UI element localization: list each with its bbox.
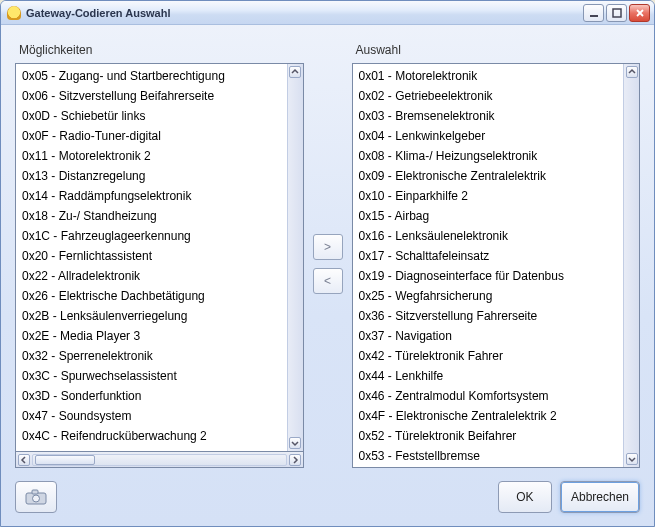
- list-item[interactable]: 0x19 - Diagnoseinterface für Datenbus: [353, 266, 624, 286]
- app-icon: [7, 6, 21, 20]
- list-item[interactable]: 0x01 - Motorelektronik: [353, 66, 624, 86]
- selected-list-viewport: 0x01 - Motorelektronik0x02 - Getriebeele…: [353, 64, 624, 467]
- list-item[interactable]: 0x02 - Getriebeelektronik: [353, 86, 624, 106]
- list-item[interactable]: 0x4C - Reifendrucküberwachung 2: [16, 426, 287, 446]
- list-item[interactable]: 0x06 - Sitzverstellung Beifahrerseite: [16, 86, 287, 106]
- list-item[interactable]: 0x0F - Radio-Tuner-digital: [16, 126, 287, 146]
- list-item[interactable]: 0x15 - Airbag: [353, 206, 624, 226]
- list-item[interactable]: 0x44 - Lenkhilfe: [353, 366, 624, 386]
- dialog-buttons: OK Abbrechen: [498, 481, 640, 513]
- list-item[interactable]: 0x2B - Lenksäulenverriegelung: [16, 306, 287, 326]
- list-item[interactable]: 0x11 - Motorelektronik 2: [16, 146, 287, 166]
- list-item[interactable]: 0x4F - Elektronische Zentralelektrik 2: [353, 406, 624, 426]
- svg-line-3: [637, 10, 643, 16]
- scroll-track[interactable]: [624, 78, 639, 453]
- svg-point-6: [33, 495, 40, 502]
- ok-button[interactable]: OK: [498, 481, 552, 513]
- list-item[interactable]: 0x20 - Fernlichtassistent: [16, 246, 287, 266]
- list-item[interactable]: 0x26 - Elektrische Dachbetätigung: [16, 286, 287, 306]
- list-item[interactable]: 0x3D - Sonderfunktion: [16, 386, 287, 406]
- maximize-icon: [612, 8, 622, 18]
- window: Gateway-Codieren Auswahl Möglichkeiten 0…: [0, 0, 655, 527]
- list-item[interactable]: 0x04 - Lenkwinkelgeber: [353, 126, 624, 146]
- list-item[interactable]: 0x1C - Fahrzeuglageerkennung: [16, 226, 287, 246]
- titlebar: Gateway-Codieren Auswahl: [1, 1, 654, 25]
- available-list-viewport: 0x05 - Zugang- und Startberechtigung0x06…: [16, 64, 287, 451]
- scroll-right-icon[interactable]: [289, 454, 301, 466]
- list-item[interactable]: 0x32 - Sperrenelektronik: [16, 346, 287, 366]
- svg-rect-0: [590, 15, 598, 17]
- scroll-left-icon[interactable]: [18, 454, 30, 466]
- svg-rect-1: [613, 9, 621, 17]
- list-item[interactable]: 0x17 - Schalttafeleinsatz: [353, 246, 624, 266]
- list-item[interactable]: 0x10 - Einparkhilfe 2: [353, 186, 624, 206]
- selected-vscrollbar[interactable]: [623, 64, 639, 467]
- move-left-button[interactable]: <: [313, 268, 343, 294]
- minimize-icon: [589, 8, 599, 18]
- scroll-track[interactable]: [32, 454, 287, 466]
- screenshot-button[interactable]: [15, 481, 57, 513]
- list-item[interactable]: 0x2E - Media Player 3: [16, 326, 287, 346]
- scroll-up-icon[interactable]: [626, 66, 638, 78]
- list-item[interactable]: 0x46 - Zentralmodul Komfortsystem: [353, 386, 624, 406]
- list-item[interactable]: 0x16 - Lenksäulenelektronik: [353, 226, 624, 246]
- dual-list-panel: Möglichkeiten 0x05 - Zugang- und Startbe…: [15, 39, 640, 468]
- available-hscrollbar[interactable]: [15, 452, 304, 468]
- list-item[interactable]: 0x0D - Schiebetür links: [16, 106, 287, 126]
- available-label: Möglichkeiten: [19, 43, 304, 57]
- list-item[interactable]: 0x18 - Zu-/ Standheizung: [16, 206, 287, 226]
- list-item[interactable]: 0x3C - Spurwechselassistent: [16, 366, 287, 386]
- available-listbox[interactable]: 0x05 - Zugang- und Startberechtigung0x06…: [15, 63, 304, 452]
- list-item[interactable]: 0x05 - Zugang- und Startberechtigung: [16, 66, 287, 86]
- list-item[interactable]: 0x37 - Navigation: [353, 326, 624, 346]
- content-area: Möglichkeiten 0x05 - Zugang- und Startbe…: [1, 25, 654, 526]
- list-item[interactable]: 0x42 - Türelektronik Fahrer: [353, 346, 624, 366]
- list-item[interactable]: 0x25 - Wegfahrsicherung: [353, 286, 624, 306]
- list-item[interactable]: 0x36 - Sitzverstellung Fahrerseite: [353, 306, 624, 326]
- list-item[interactable]: 0x52 - Türelektronik Beifahrer: [353, 426, 624, 446]
- close-icon: [635, 8, 645, 18]
- close-button[interactable]: [629, 4, 650, 22]
- scroll-thumb[interactable]: [35, 455, 95, 465]
- list-item[interactable]: 0x03 - Bremsenelektronik: [353, 106, 624, 126]
- list-item[interactable]: 0x13 - Distanzregelung: [16, 166, 287, 186]
- scroll-down-icon[interactable]: [289, 437, 301, 449]
- svg-line-2: [637, 10, 643, 16]
- window-title: Gateway-Codieren Auswahl: [26, 7, 170, 19]
- transfer-buttons: > <: [304, 39, 352, 468]
- selected-label: Auswahl: [356, 43, 641, 57]
- list-item[interactable]: 0x22 - Allradelektronik: [16, 266, 287, 286]
- list-item[interactable]: 0x47 - Soundsystem: [16, 406, 287, 426]
- maximize-button[interactable]: [606, 4, 627, 22]
- list-item[interactable]: 0x53 - Feststellbremse: [353, 446, 624, 466]
- bottom-bar: OK Abbrechen: [15, 468, 640, 516]
- selected-listbox[interactable]: 0x01 - Motorelektronik0x02 - Getriebeele…: [352, 63, 641, 468]
- cancel-button[interactable]: Abbrechen: [560, 481, 640, 513]
- scroll-up-icon[interactable]: [289, 66, 301, 78]
- camera-icon: [25, 489, 47, 505]
- scroll-track[interactable]: [288, 78, 303, 437]
- list-item[interactable]: 0x14 - Raddämpfungselektronik: [16, 186, 287, 206]
- list-item[interactable]: 0x09 - Elektronische Zentralelektrik: [353, 166, 624, 186]
- list-item[interactable]: 0x08 - Klima-/ Heizungselektronik: [353, 146, 624, 166]
- move-right-button[interactable]: >: [313, 234, 343, 260]
- selected-column: Auswahl 0x01 - Motorelektronik0x02 - Get…: [352, 39, 641, 468]
- scroll-down-icon[interactable]: [626, 453, 638, 465]
- minimize-button[interactable]: [583, 4, 604, 22]
- available-vscrollbar[interactable]: [287, 64, 303, 451]
- svg-rect-5: [32, 490, 38, 494]
- available-column: Möglichkeiten 0x05 - Zugang- und Startbe…: [15, 39, 304, 468]
